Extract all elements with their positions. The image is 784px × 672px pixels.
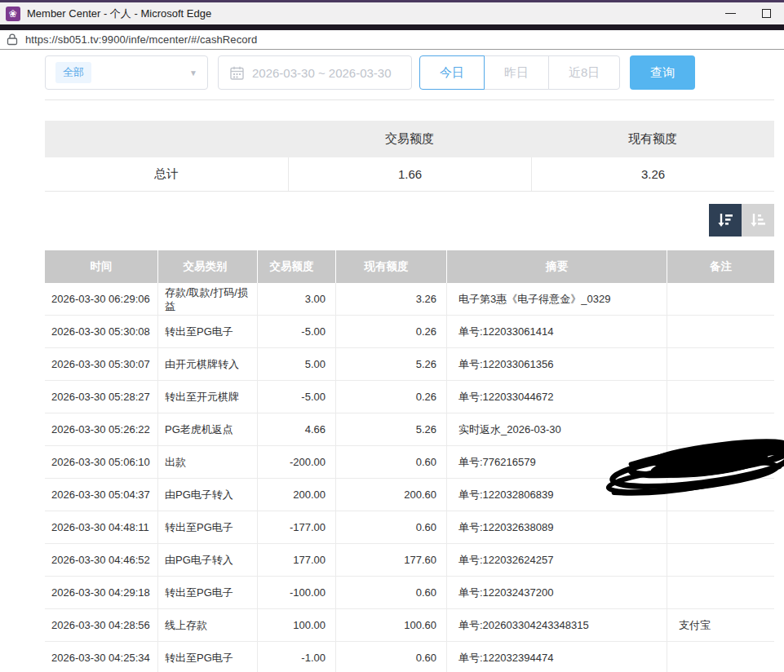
table-cell: 出款 (157, 446, 257, 478)
table-cell: -100.00 (257, 577, 335, 608)
table-cell: 单号:122032638089 (446, 511, 667, 543)
table-cell: 转出至PG电子 (157, 316, 257, 347)
table-cell: 0.60 (335, 511, 446, 543)
table-cell: 0.60 (335, 446, 446, 478)
table-cell (667, 544, 774, 576)
table-cell: 2026-03-30 05:06:10 (45, 446, 157, 478)
table-cell (667, 381, 774, 413)
table-cell: 2026-03-30 05:04:37 (45, 479, 157, 511)
column-header-5: 备注 (667, 250, 774, 283)
table-cell: 2026-03-30 04:28:56 (45, 609, 157, 641)
table-cell: -1.00 (257, 642, 335, 672)
table-cell: 转出至开元棋牌 (157, 381, 257, 413)
quick-date-button-1[interactable]: 昨日 (484, 55, 549, 90)
summary-table: 交易额度现有额度 总计1.663.26 (45, 121, 774, 192)
table-cell: 线上存款 (157, 609, 257, 641)
table-cell: 单号:122032806839 (446, 479, 667, 511)
table-cell: 5.26 (335, 348, 446, 380)
table-header-row: 时间交易类别交易额度现有额度摘要备注 (45, 250, 774, 283)
table-cell: 由PG电子转入 (157, 544, 257, 576)
table-cell: 2026-03-30 05:28:27 (45, 381, 157, 413)
column-header-4: 摘要 (446, 250, 667, 283)
table-cell (667, 283, 774, 315)
table-cell: -177.00 (257, 511, 335, 543)
sort-descending-button[interactable] (709, 204, 742, 237)
table-cell: 2026-03-30 05:26:22 (45, 413, 157, 445)
table-cell: 2026-03-30 04:46:52 (45, 544, 157, 576)
table-row: 2026-03-30 05:26:22PG老虎机返点4.665.26实时返水_2… (45, 413, 774, 446)
table-cell: 0.60 (335, 577, 446, 608)
table-cell: 电子第3惠《电子得意金》_0329 (446, 283, 667, 315)
table-row: 2026-03-30 04:28:56线上存款100.00100.60单号:20… (45, 609, 774, 642)
table-row: 2026-03-30 05:30:08转出至PG电子-5.000.26单号:12… (45, 316, 774, 348)
table-cell: 177.00 (257, 544, 335, 576)
table-cell: 单号:122033044672 (446, 381, 667, 413)
table-row: 2026-03-30 05:28:27转出至开元棋牌-5.000.26单号:12… (45, 381, 774, 413)
table-row: 2026-03-30 04:25:34转出至PG电子-1.000.60单号:12… (45, 642, 774, 672)
table-cell: 0.26 (335, 381, 446, 413)
table-cell: 200.60 (335, 479, 446, 511)
search-button[interactable]: 查询 (630, 55, 695, 90)
cash-record-page: 全部 ▼ 2026-03-30 ~ 2026-03-30 今日昨日近8日 查询 … (0, 51, 784, 672)
site-favicon-icon: ❀ (6, 7, 20, 21)
table-cell: 转出至PG电子 (157, 577, 257, 608)
table-cell (667, 479, 774, 511)
table-cell (667, 446, 774, 478)
window-titlebar[interactable]: ❀ Member Center - 个人 - Microsoft Edge (0, 2, 784, 24)
table-cell: 单号:202603304243348315 (446, 609, 667, 641)
table-cell (667, 348, 774, 380)
date-range-input[interactable]: 2026-03-30 ~ 2026-03-30 (218, 55, 412, 90)
table-cell: 100.60 (335, 609, 446, 641)
table-cell: -5.00 (257, 381, 335, 413)
table-row: 2026-03-30 06:29:06存款/取款/打码/损益3.003.26电子… (45, 283, 774, 316)
table-cell: PG老虎机返点 (157, 413, 257, 445)
summary-header-row: 交易额度现有额度 (45, 121, 774, 157)
column-header-2: 交易额度 (257, 250, 335, 283)
table-cell: 200.00 (257, 479, 335, 511)
table-cell: 3.00 (257, 283, 335, 315)
table-row: 2026-03-30 04:48:11转出至PG电子-177.000.60单号:… (45, 511, 774, 544)
calendar-icon (230, 66, 244, 80)
table-cell: 单号:122032624257 (446, 544, 667, 576)
table-cell: 2026-03-30 05:30:07 (45, 348, 157, 380)
quick-date-button-0[interactable]: 今日 (419, 55, 485, 90)
table-row: 2026-03-30 05:04:37由PG电子转入200.00200.60单号… (45, 479, 774, 511)
date-range-value: 2026-03-30 ~ 2026-03-30 (252, 66, 392, 80)
quick-date-button-2[interactable]: 近8日 (548, 55, 620, 90)
selected-type-tag[interactable]: 全部 (55, 62, 91, 83)
table-cell: 单号:122032437200 (446, 577, 667, 608)
transaction-type-select[interactable]: 全部 ▼ (45, 55, 208, 90)
summary-value-cell: 1.66 (288, 157, 531, 191)
table-cell: 转出至PG电子 (157, 511, 257, 543)
summary-value-cell: 总计 (45, 157, 288, 191)
summary-header-cell: 交易额度 (288, 121, 531, 157)
address-bar[interactable]: https://sb051.tv:9900/infe/mcenter/#/cas… (0, 30, 784, 50)
window-title: Member Center - 个人 - Microsoft Edge (27, 7, 211, 21)
table-row: 2026-03-30 04:29:18转出至PG电子-100.000.60单号:… (45, 577, 774, 609)
filter-toolbar: 全部 ▼ 2026-03-30 ~ 2026-03-30 今日昨日近8日 查询 (45, 55, 695, 90)
table-cell: 0.60 (335, 642, 446, 672)
maximize-button[interactable] (748, 2, 784, 24)
table-cell: 单号:122032394474 (446, 642, 667, 672)
table-cell: 5.26 (335, 413, 446, 445)
lock-icon[interactable] (7, 33, 18, 46)
table-cell: 单号:122033061356 (446, 348, 667, 380)
cash-record-table: 时间交易类别交易额度现有额度摘要备注 2026-03-30 06:29:06存款… (45, 250, 774, 672)
table-cell: 2026-03-30 06:29:06 (45, 283, 157, 315)
column-header-3: 现有额度 (335, 250, 446, 283)
sort-ascending-button[interactable] (742, 204, 774, 237)
minimize-button[interactable] (712, 2, 748, 24)
url-text[interactable]: https://sb051.tv:9900/infe/mcenter/#/cas… (25, 33, 257, 46)
table-cell: 支付宝 (667, 609, 774, 641)
chevron-down-icon: ▼ (189, 69, 197, 77)
table-cell: 5.00 (257, 348, 335, 380)
summary-total-row: 总计1.663.26 (45, 157, 774, 192)
table-cell: 实时返水_2026-03-30 (446, 413, 667, 445)
table-row: 2026-03-30 05:30:07由开元棋牌转入5.005.26单号:122… (45, 348, 774, 381)
table-cell: 0.26 (335, 316, 446, 347)
table-cell: 转出至PG电子 (157, 642, 257, 672)
table-row: 2026-03-30 04:46:52由PG电子转入177.00177.60单号… (45, 544, 774, 577)
table-cell: 由PG电子转入 (157, 479, 257, 511)
toolbar-divider (45, 99, 774, 100)
table-cell: 2026-03-30 04:48:11 (45, 511, 157, 543)
